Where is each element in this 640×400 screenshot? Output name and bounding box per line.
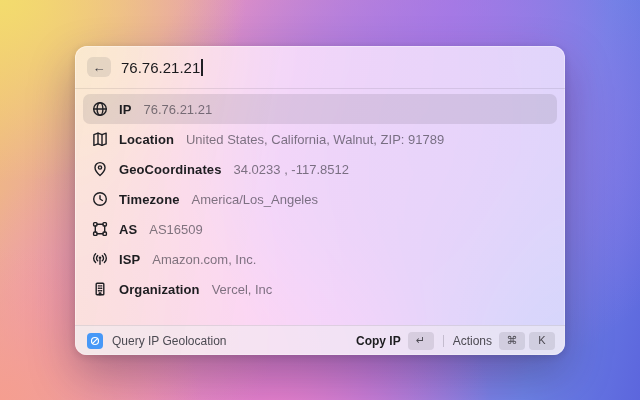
row-value: Vercel, Inc — [212, 282, 273, 297]
row-label: ISP — [119, 252, 140, 267]
extension-name: Query IP Geolocation — [112, 334, 227, 348]
back-arrow-icon: ← — [93, 61, 106, 74]
list-item-location[interactable]: Location United States, California, Waln… — [83, 124, 557, 154]
list-item-isp[interactable]: ISP Amazon.com, Inc. — [83, 244, 557, 274]
row-value: AS16509 — [149, 222, 203, 237]
row-value: 76.76.21.21 — [143, 102, 212, 117]
launcher-window: ← 76.76.21.21 IP 76.76.21.21 Location Un… — [75, 46, 565, 355]
extension-icon — [87, 333, 103, 349]
row-label: GeoCoordinates — [119, 162, 222, 177]
row-label: IP — [119, 102, 131, 117]
row-value: Amazon.com, Inc. — [152, 252, 256, 267]
enter-key-icon: ↵ — [408, 332, 434, 350]
search-bar: ← 76.76.21.21 — [75, 46, 565, 88]
search-input-value: 76.76.21.21 — [121, 59, 200, 76]
vector-square-icon — [92, 221, 108, 237]
row-value: United States, California, Walnut, ZIP: … — [186, 132, 444, 147]
clock-icon — [92, 191, 108, 207]
actions-button[interactable]: Actions — [453, 334, 492, 348]
row-label: Organization — [119, 282, 200, 297]
search-input[interactable]: 76.76.21.21 — [121, 59, 203, 76]
back-button[interactable]: ← — [87, 57, 111, 77]
list-item-organization[interactable]: Organization Vercel, Inc — [83, 274, 557, 304]
k-key-icon: K — [529, 332, 555, 350]
row-label: Location — [119, 132, 174, 147]
text-caret — [201, 59, 203, 76]
row-label: Timezone — [119, 192, 180, 207]
globe-icon — [92, 101, 108, 117]
action-bar: Query IP Geolocation Copy IP ↵ Actions ⌘… — [75, 325, 565, 355]
map-icon — [92, 131, 108, 147]
list-item-timezone[interactable]: Timezone America/Los_Angeles — [83, 184, 557, 214]
command-key-icon: ⌘ — [499, 332, 525, 350]
result-list: IP 76.76.21.21 Location United States, C… — [75, 89, 565, 325]
row-value: America/Los_Angeles — [192, 192, 318, 207]
list-item-ip[interactable]: IP 76.76.21.21 — [83, 94, 557, 124]
list-item-as[interactable]: AS AS16509 — [83, 214, 557, 244]
building-icon — [92, 281, 108, 297]
row-label: AS — [119, 222, 137, 237]
pin-icon — [92, 161, 108, 177]
row-value: 34.0233 , -117.8512 — [234, 162, 349, 177]
footer-divider — [443, 335, 444, 347]
list-item-geocoordinates[interactable]: GeoCoordinates 34.0233 , -117.8512 — [83, 154, 557, 184]
copy-ip-button[interactable]: Copy IP — [356, 334, 401, 348]
broadcast-icon — [92, 251, 108, 267]
